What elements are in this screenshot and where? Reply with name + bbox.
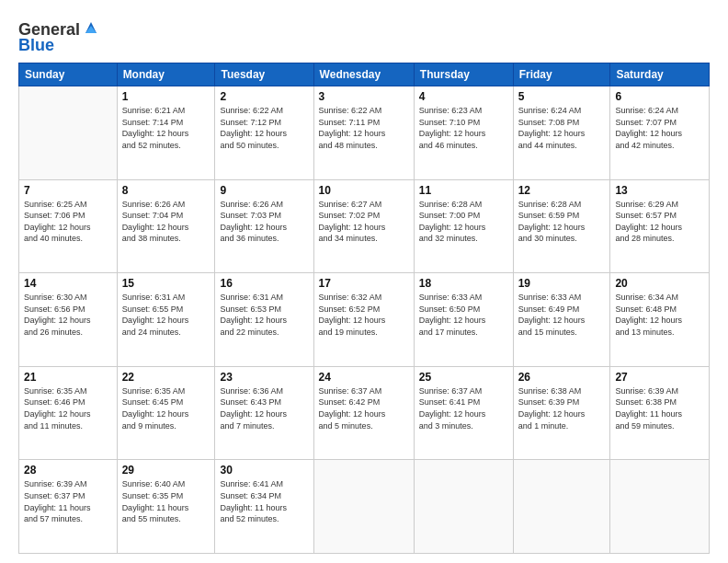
cell-content: Sunrise: 6:40 AM Sunset: 6:35 PM Dayligh… [122, 478, 210, 524]
calendar-cell: 10Sunrise: 6:27 AM Sunset: 7:02 PM Dayli… [313, 179, 414, 273]
logo: General Blue [18, 20, 100, 55]
day-number: 29 [122, 464, 210, 477]
calendar-body: 1Sunrise: 6:21 AM Sunset: 7:14 PM Daylig… [19, 86, 710, 554]
calendar-cell: 28Sunrise: 6:39 AM Sunset: 6:37 PM Dayli… [19, 460, 118, 554]
calendar-cell: 29Sunrise: 6:40 AM Sunset: 6:35 PM Dayli… [117, 460, 215, 554]
calendar-cell: 1Sunrise: 6:21 AM Sunset: 7:14 PM Daylig… [117, 86, 215, 180]
cell-content: Sunrise: 6:26 AM Sunset: 7:03 PM Dayligh… [220, 199, 308, 245]
cell-content: Sunrise: 6:31 AM Sunset: 6:55 PM Dayligh… [122, 292, 210, 338]
cell-content: Sunrise: 6:22 AM Sunset: 7:11 PM Dayligh… [319, 105, 409, 151]
calendar-cell: 8Sunrise: 6:26 AM Sunset: 7:04 PM Daylig… [117, 179, 215, 273]
cell-content: Sunrise: 6:36 AM Sunset: 6:43 PM Dayligh… [220, 385, 308, 431]
calendar-table: SundayMondayTuesdayWednesdayThursdayFrid… [18, 63, 710, 554]
col-header-wednesday: Wednesday [313, 63, 414, 86]
cell-content: Sunrise: 6:35 AM Sunset: 6:45 PM Dayligh… [122, 385, 210, 431]
cell-content: Sunrise: 6:39 AM Sunset: 6:38 PM Dayligh… [615, 385, 704, 431]
day-number: 23 [220, 371, 308, 384]
day-number: 14 [24, 277, 112, 290]
calendar-cell: 26Sunrise: 6:38 AM Sunset: 6:39 PM Dayli… [513, 366, 610, 460]
cell-content: Sunrise: 6:35 AM Sunset: 6:46 PM Dayligh… [24, 385, 112, 431]
calendar-cell: 16Sunrise: 6:31 AM Sunset: 6:53 PM Dayli… [215, 273, 313, 367]
calendar-cell: 5Sunrise: 6:24 AM Sunset: 7:08 PM Daylig… [513, 86, 610, 180]
calendar-cell: 15Sunrise: 6:31 AM Sunset: 6:55 PM Dayli… [117, 273, 215, 367]
cell-content: Sunrise: 6:28 AM Sunset: 6:59 PM Dayligh… [518, 199, 606, 245]
cell-content: Sunrise: 6:29 AM Sunset: 6:57 PM Dayligh… [615, 199, 704, 245]
day-number: 26 [518, 371, 606, 384]
svg-marker-1 [85, 26, 97, 33]
cell-content: Sunrise: 6:32 AM Sunset: 6:52 PM Dayligh… [319, 292, 409, 338]
day-number: 18 [419, 277, 508, 290]
calendar-week-3: 14Sunrise: 6:30 AM Sunset: 6:56 PM Dayli… [19, 273, 710, 367]
day-number: 28 [24, 464, 112, 477]
calendar-week-2: 7Sunrise: 6:25 AM Sunset: 7:06 PM Daylig… [19, 179, 710, 273]
day-number: 16 [220, 277, 308, 290]
day-number: 30 [220, 464, 308, 477]
day-number: 7 [24, 184, 112, 197]
col-header-thursday: Thursday [414, 63, 513, 86]
cell-content: Sunrise: 6:41 AM Sunset: 6:34 PM Dayligh… [220, 478, 308, 524]
cell-content: Sunrise: 6:30 AM Sunset: 6:56 PM Dayligh… [24, 292, 112, 338]
day-number: 15 [122, 277, 210, 290]
calendar-cell: 6Sunrise: 6:24 AM Sunset: 7:07 PM Daylig… [610, 86, 710, 180]
cell-content: Sunrise: 6:21 AM Sunset: 7:14 PM Dayligh… [122, 105, 210, 151]
day-number: 6 [615, 90, 704, 103]
cell-content: Sunrise: 6:24 AM Sunset: 7:08 PM Dayligh… [518, 105, 606, 151]
calendar-cell: 3Sunrise: 6:22 AM Sunset: 7:11 PM Daylig… [313, 86, 414, 180]
cell-content: Sunrise: 6:33 AM Sunset: 6:49 PM Dayligh… [518, 292, 606, 338]
cell-content: Sunrise: 6:34 AM Sunset: 6:48 PM Dayligh… [615, 292, 704, 338]
header: General Blue [18, 17, 710, 55]
calendar-cell: 22Sunrise: 6:35 AM Sunset: 6:45 PM Dayli… [117, 366, 215, 460]
cell-content: Sunrise: 6:37 AM Sunset: 6:42 PM Dayligh… [319, 385, 409, 431]
day-number: 8 [122, 184, 210, 197]
calendar-cell [414, 460, 513, 554]
col-header-sunday: Sunday [19, 63, 118, 86]
calendar-cell: 11Sunrise: 6:28 AM Sunset: 7:00 PM Dayli… [414, 179, 513, 273]
day-number: 25 [419, 371, 508, 384]
calendar-cell: 17Sunrise: 6:32 AM Sunset: 6:52 PM Dayli… [313, 273, 414, 367]
calendar-cell [313, 460, 414, 554]
calendar-cell: 18Sunrise: 6:33 AM Sunset: 6:50 PM Dayli… [414, 273, 513, 367]
cell-content: Sunrise: 6:31 AM Sunset: 6:53 PM Dayligh… [220, 292, 308, 338]
logo-icon [82, 18, 100, 37]
cell-content: Sunrise: 6:33 AM Sunset: 6:50 PM Dayligh… [419, 292, 508, 338]
calendar-cell: 12Sunrise: 6:28 AM Sunset: 6:59 PM Dayli… [513, 179, 610, 273]
calendar-week-5: 28Sunrise: 6:39 AM Sunset: 6:37 PM Dayli… [19, 460, 710, 554]
cell-content: Sunrise: 6:39 AM Sunset: 6:37 PM Dayligh… [24, 478, 112, 524]
cell-content: Sunrise: 6:28 AM Sunset: 7:00 PM Dayligh… [419, 199, 508, 245]
col-header-tuesday: Tuesday [215, 63, 313, 86]
day-number: 27 [615, 371, 704, 384]
cell-content: Sunrise: 6:24 AM Sunset: 7:07 PM Dayligh… [615, 105, 704, 151]
calendar-cell [19, 86, 118, 180]
col-header-friday: Friday [513, 63, 610, 86]
calendar-cell: 7Sunrise: 6:25 AM Sunset: 7:06 PM Daylig… [19, 179, 118, 273]
day-number: 5 [518, 90, 606, 103]
cell-content: Sunrise: 6:22 AM Sunset: 7:12 PM Dayligh… [220, 105, 308, 151]
calendar-cell: 27Sunrise: 6:39 AM Sunset: 6:38 PM Dayli… [610, 366, 710, 460]
calendar-week-4: 21Sunrise: 6:35 AM Sunset: 6:46 PM Dayli… [19, 366, 710, 460]
calendar-header-row: SundayMondayTuesdayWednesdayThursdayFrid… [19, 63, 710, 86]
day-number: 4 [419, 90, 508, 103]
cell-content: Sunrise: 6:38 AM Sunset: 6:39 PM Dayligh… [518, 385, 606, 431]
day-number: 19 [518, 277, 606, 290]
calendar-cell: 20Sunrise: 6:34 AM Sunset: 6:48 PM Dayli… [610, 273, 710, 367]
day-number: 11 [419, 184, 508, 197]
day-number: 24 [319, 371, 409, 384]
page: General Blue SundayMondayTuesdayWednesda… [0, 0, 728, 563]
calendar-cell: 30Sunrise: 6:41 AM Sunset: 6:34 PM Dayli… [215, 460, 313, 554]
day-number: 12 [518, 184, 606, 197]
day-number: 2 [220, 90, 308, 103]
day-number: 1 [122, 90, 210, 103]
calendar-cell [610, 460, 710, 554]
day-number: 17 [319, 277, 409, 290]
day-number: 3 [319, 90, 409, 103]
calendar-cell: 13Sunrise: 6:29 AM Sunset: 6:57 PM Dayli… [610, 179, 710, 273]
calendar-week-1: 1Sunrise: 6:21 AM Sunset: 7:14 PM Daylig… [19, 86, 710, 180]
calendar-cell: 25Sunrise: 6:37 AM Sunset: 6:41 PM Dayli… [414, 366, 513, 460]
calendar-cell: 21Sunrise: 6:35 AM Sunset: 6:46 PM Dayli… [19, 366, 118, 460]
day-number: 22 [122, 371, 210, 384]
cell-content: Sunrise: 6:26 AM Sunset: 7:04 PM Dayligh… [122, 199, 210, 245]
cell-content: Sunrise: 6:23 AM Sunset: 7:10 PM Dayligh… [419, 105, 508, 151]
calendar-cell: 2Sunrise: 6:22 AM Sunset: 7:12 PM Daylig… [215, 86, 313, 180]
day-number: 13 [615, 184, 704, 197]
calendar-cell: 23Sunrise: 6:36 AM Sunset: 6:43 PM Dayli… [215, 366, 313, 460]
